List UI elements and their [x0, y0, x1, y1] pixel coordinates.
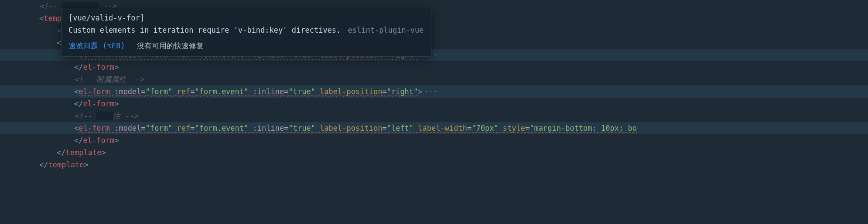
code-line[interactable]: <el-form :model="form" ref="form.event" …: [0, 122, 868, 134]
tag-close-template: template: [48, 160, 84, 169]
hover-tooltip: [vue/valid-v-for] Custom elements in ite…: [61, 8, 431, 57]
code-line[interactable]: <el-form :model="form" ref="form.event" …: [0, 85, 868, 98]
code-line[interactable]: </template>: [0, 146, 868, 159]
comment-text: <!-- 备注 -->: [74, 112, 138, 120]
tooltip-rule: [vue/valid-v-for]: [68, 12, 424, 24]
code-line[interactable]: </el-form>: [0, 61, 868, 73]
no-quickfix-label: 没有可用的快速修复: [137, 40, 204, 52]
tag-close-el-form: el-form: [83, 63, 114, 71]
code-line[interactable]: <!-- 附属属性 -->: [0, 73, 868, 85]
code-line[interactable]: <!-- 备注 -->: [0, 110, 868, 122]
code-line[interactable]: </el-form>: [0, 98, 868, 110]
tooltip-message: Custom elements in iteration require 'v-…: [68, 26, 341, 34]
tag-el-form: el-form: [79, 124, 110, 133]
comment-text: <!-- 附属属性 -->: [74, 75, 144, 84]
tag-el-form: el-form: [79, 87, 110, 97]
fold-ellipsis-icon[interactable]: ···: [424, 85, 438, 98]
code-line[interactable]: </el-form>: [0, 134, 868, 146]
code-line[interactable]: </template>: [0, 159, 868, 171]
tooltip-source: eslint-plugin-vue: [348, 26, 424, 34]
tag-close-el-form: el-form: [83, 136, 114, 145]
tag-close-template: template: [65, 148, 101, 157]
tag-close-el-form: el-form: [83, 99, 114, 108]
peek-problem-link[interactable]: 速览问题 (⌥F8): [68, 40, 125, 52]
